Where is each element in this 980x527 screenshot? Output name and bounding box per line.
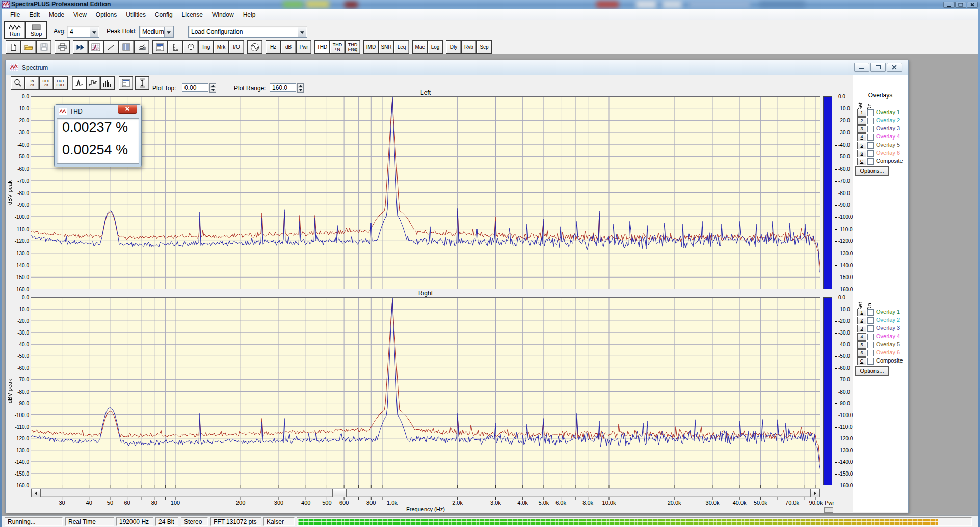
open-file-button[interactable] [21, 40, 36, 54]
overlay-on-checkbox-2[interactable] [867, 317, 874, 324]
chevron-down-icon[interactable] [164, 27, 173, 37]
scroll-right-button[interactable] [810, 489, 820, 497]
io-device-button[interactable]: I/O [229, 40, 244, 54]
overlay-set-button-1[interactable]: 1 [857, 109, 866, 117]
overlay-on-checkbox-C[interactable] [867, 158, 874, 165]
overlay-on-checkbox-1[interactable] [867, 109, 874, 116]
thd-dialog[interactable]: THD 0.00237 % 0.00254 % [54, 104, 142, 167]
menu-view[interactable]: View [69, 9, 91, 20]
menu-window[interactable]: Window [207, 9, 239, 20]
zoom-out-2x-button[interactable]: OUT 2X [39, 76, 54, 90]
spectrogram-view-button[interactable] [119, 40, 134, 54]
zoom-button[interactable] [11, 76, 25, 90]
surface-view-button[interactable] [134, 40, 149, 54]
overlay-set-button-2[interactable]: 2 [857, 317, 866, 324]
snr-button[interactable]: SNR [379, 40, 394, 54]
run-button[interactable]: Run [4, 21, 25, 39]
stop-button[interactable]: Stop [25, 21, 47, 39]
overlay-set-button-3[interactable]: 3 [857, 325, 866, 332]
overlay-set-button-6[interactable]: 6 [857, 349, 866, 357]
power-units-button[interactable]: Pwr [296, 40, 311, 54]
thd-freq-button[interactable]: THD Freq [345, 40, 360, 54]
macro-button[interactable]: Mac [412, 40, 428, 54]
spectrum-window-titlebar[interactable]: Spectrum [6, 60, 908, 76]
print-button[interactable] [55, 40, 70, 54]
imd-button[interactable]: IMD [363, 40, 379, 54]
overlay-set-button-5[interactable]: 5 [857, 341, 866, 349]
avg-select[interactable]: 4 [67, 26, 99, 38]
markers-button[interactable]: Mrk [214, 40, 229, 54]
overlay-set-button-C[interactable]: C [857, 158, 866, 165]
scrollbar-thumb[interactable] [332, 489, 347, 497]
overlay-on-checkbox-6[interactable] [867, 350, 874, 356]
trigger-button[interactable]: Trig [198, 40, 214, 54]
peak-hold-select[interactable]: Medium [139, 26, 174, 38]
step-plot-button[interactable] [86, 76, 100, 90]
scope-button[interactable]: Scp [476, 40, 492, 54]
overlay-set-button-4[interactable]: 4 [857, 333, 866, 341]
overlay-on-checkbox-4[interactable] [867, 134, 874, 141]
overlay-set-button-1[interactable]: 1 [857, 309, 866, 316]
overlay-set-button-2[interactable]: 2 [857, 117, 866, 125]
hz-units-button[interactable]: Hz [266, 40, 281, 54]
minimize-button[interactable] [943, 2, 955, 8]
reverb-button[interactable]: Rvb [461, 40, 476, 54]
overlay-on-checkbox-6[interactable] [867, 150, 874, 157]
overlay-on-checkbox-5[interactable] [867, 342, 874, 348]
thd-button[interactable]: THD [314, 40, 330, 54]
axis-corner-button[interactable] [824, 507, 833, 513]
thd-n-button[interactable]: THD +N [330, 40, 345, 54]
menu-utilities[interactable]: Utilities [121, 9, 150, 20]
overlay-on-checkbox-1[interactable] [867, 309, 874, 316]
zoom-in-2x-button[interactable]: IN 2X [25, 76, 39, 90]
right-spectrum-plot[interactable] [31, 297, 820, 485]
phase-view-button[interactable] [103, 40, 119, 54]
horizontal-scrollbar[interactable] [31, 488, 820, 497]
overlay-on-checkbox-5[interactable] [867, 142, 874, 149]
spectrum-close-button[interactable] [887, 63, 902, 72]
zoom-out-full-button[interactable]: OUT FULL [54, 76, 68, 90]
overlay-on-checkbox-2[interactable] [867, 118, 874, 124]
y-range-button[interactable] [135, 76, 149, 90]
overlay-options-button-left[interactable]: Options... [855, 166, 889, 176]
load-configuration-select[interactable]: Load Configuration [188, 26, 307, 38]
plot-settings-button[interactable] [119, 76, 133, 90]
signal-generator-button[interactable] [247, 40, 262, 54]
new-file-button[interactable] [6, 40, 21, 54]
delay-button[interactable]: Dly [446, 40, 461, 54]
menu-options[interactable]: Options [91, 9, 121, 20]
menu-config[interactable]: Config [150, 9, 177, 20]
spectrum-view-button[interactable] [88, 40, 103, 54]
left-spectrum-plot[interactable] [31, 96, 820, 289]
close-button[interactable] [967, 2, 978, 8]
overlay-set-button-3[interactable]: 3 [857, 125, 866, 133]
logging-button[interactable]: Log [428, 40, 443, 54]
db-units-button[interactable]: dB [281, 40, 296, 54]
overlay-on-checkbox-3[interactable] [867, 325, 874, 332]
chevron-down-icon[interactable] [90, 27, 98, 37]
menu-mode[interactable]: Mode [44, 9, 69, 20]
line-plot-button[interactable] [72, 76, 86, 90]
menu-edit[interactable]: Edit [24, 9, 44, 20]
calibration-button[interactable] [183, 40, 198, 54]
overlay-set-button-5[interactable]: 5 [857, 142, 866, 149]
thd-close-button[interactable] [118, 105, 137, 114]
spectrum-restore-button[interactable] [870, 63, 886, 72]
menu-file[interactable]: File [6, 9, 24, 20]
menu-help[interactable]: Help [239, 9, 260, 20]
bar-plot-button[interactable] [100, 76, 115, 90]
display-settings-button[interactable] [152, 40, 168, 54]
save-button[interactable] [36, 40, 51, 54]
leq-button[interactable]: Leq [394, 40, 409, 54]
overlay-set-button-4[interactable]: 4 [857, 133, 866, 141]
overlay-set-button-C[interactable]: C [857, 357, 866, 365]
overlay-on-checkbox-C[interactable] [867, 358, 874, 365]
replay-process-button[interactable] [73, 40, 88, 54]
chevron-down-icon[interactable] [298, 27, 306, 37]
spectrum-minimize-button[interactable] [854, 63, 869, 72]
overlay-options-button-right[interactable]: Options... [855, 366, 889, 376]
overlay-set-button-6[interactable]: 6 [857, 150, 866, 157]
maximize-button[interactable] [955, 2, 966, 8]
scaling-button[interactable] [168, 40, 183, 54]
menu-license[interactable]: License [177, 9, 207, 20]
